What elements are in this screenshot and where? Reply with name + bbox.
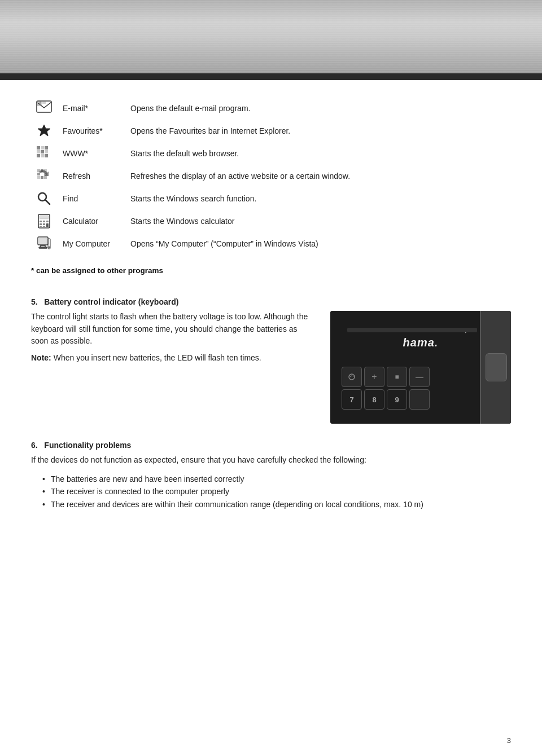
table-row: Refresh Refreshes the display of an acti… <box>31 165 511 187</box>
refresh-description: Refreshes the display of an active websi… <box>126 165 511 187</box>
www-icon-cell <box>31 142 58 165</box>
svg-rect-23 <box>37 176 40 179</box>
email-label: E-mail* <box>58 97 126 120</box>
side-button <box>486 353 507 381</box>
star-icon <box>36 122 53 139</box>
svg-rect-36 <box>40 226 42 228</box>
note-text: When you insert new batteries, the LED w… <box>54 353 261 362</box>
svg-rect-14 <box>45 150 48 153</box>
svg-rect-2 <box>42 102 46 104</box>
page-number: 3 <box>507 736 511 745</box>
functionality-section: 6. Functionality problems If the devices… <box>31 441 511 511</box>
table-row: WWW* Starts the default web browser. <box>31 142 511 165</box>
table-row: Calculator Starts the Windows calculator <box>31 210 511 232</box>
svg-rect-4 <box>37 102 39 103</box>
www-label: WWW* <box>58 142 126 165</box>
footnote: * can be assigned to other programs <box>31 266 511 275</box>
svg-rect-24 <box>41 176 43 179</box>
svg-rect-10 <box>41 146 44 150</box>
key: + <box>364 367 384 387</box>
svg-rect-41 <box>39 247 47 248</box>
key-9: 9 <box>387 389 407 410</box>
svg-line-27 <box>45 200 50 204</box>
svg-rect-17 <box>45 154 48 157</box>
svg-rect-11 <box>45 146 48 150</box>
svg-rect-5 <box>40 102 41 103</box>
mycomputer-icon <box>36 235 53 252</box>
function-table: E-mail* Opens the default e-mail program… <box>31 97 511 255</box>
refresh-icon <box>36 168 53 184</box>
battery-section: 5. Battery control indicator (keyboard) <box>31 297 511 306</box>
battery-paragraph: The control light starts to flash when t… <box>31 311 313 348</box>
table-row: Find Starts the Windows search function. <box>31 187 511 210</box>
svg-rect-9 <box>37 146 40 150</box>
svg-point-46 <box>349 374 355 380</box>
favourites-description: Opens the Favourites bar in Internet Exp… <box>126 120 511 142</box>
svg-rect-16 <box>41 154 44 157</box>
calculator-icon-cell <box>31 210 58 232</box>
svg-rect-34 <box>43 223 45 225</box>
battery-note: Note: When you insert new batteries, the… <box>31 352 313 364</box>
key: — <box>409 367 430 387</box>
refresh-label: Refresh <box>58 165 126 187</box>
keyboard-top-bar <box>347 328 477 332</box>
svg-rect-39 <box>39 238 47 244</box>
list-item: The batteries are new and have been inse… <box>42 473 511 485</box>
battery-content: The control light starts to flash when t… <box>31 311 511 424</box>
functionality-intro: If the devices do not function as expect… <box>31 454 511 466</box>
table-row: E-mail* Opens the default e-mail program… <box>31 97 511 120</box>
www-icon <box>36 145 53 162</box>
key-8: 8 <box>364 389 384 410</box>
find-description: Starts the Windows search function. <box>126 187 511 210</box>
svg-point-43 <box>49 247 50 248</box>
functionality-heading: 6. Functionality problems <box>31 441 511 450</box>
svg-rect-13 <box>41 150 44 153</box>
key <box>342 367 362 387</box>
svg-rect-29 <box>40 216 49 219</box>
keyboard-keys: + ■ — 7 8 9 <box>342 367 430 410</box>
brand-name: hama. <box>403 336 439 349</box>
email-icon-cell <box>31 97 58 120</box>
mycomputer-description: Opens “My Computer” (“Computer” in Windo… <box>126 232 511 255</box>
battery-section-title: Battery control indicator (keyboard) <box>44 297 178 306</box>
functionality-title: Functionality problems <box>44 441 131 450</box>
svg-rect-6 <box>37 104 39 106</box>
mycomputer-icon-cell <box>31 232 58 255</box>
favourites-label: Favourites* <box>58 120 126 142</box>
note-label: Note: <box>31 353 51 362</box>
keyboard-image: hama. + ■ — 7 8 9 <box>330 311 511 424</box>
list-item: The receiver is connected to the compute… <box>42 485 511 498</box>
favourites-icon-cell <box>31 120 58 142</box>
battery-text-block: The control light starts to flash when t… <box>31 311 313 424</box>
svg-rect-32 <box>46 221 49 222</box>
header-dark-bar <box>0 73 542 80</box>
calculator-icon <box>36 213 53 230</box>
find-icon-cell <box>31 187 58 210</box>
main-content: E-mail* Opens the default e-mail program… <box>0 80 542 533</box>
keyboard-simulation: hama. + ■ — 7 8 9 <box>330 311 511 424</box>
table-row: My Computer Opens “My Computer” (“Comput… <box>31 232 511 255</box>
svg-rect-7 <box>40 104 41 106</box>
key: ■ <box>387 367 407 387</box>
keyboard-side-panel <box>480 311 511 424</box>
battery-heading: 5. Battery control indicator (keyboard) <box>31 297 511 306</box>
battery-section-number: 5. <box>31 297 38 306</box>
calculator-label: Calculator <box>58 210 126 232</box>
mycomputer-label: My Computer <box>58 232 126 255</box>
www-description: Starts the default web browser. <box>126 142 511 165</box>
key-7: 7 <box>342 389 362 410</box>
list-item: The receiver and devices are within thei… <box>42 498 511 511</box>
svg-rect-35 <box>46 223 49 227</box>
svg-rect-12 <box>37 150 40 153</box>
key-blank <box>409 389 430 410</box>
svg-marker-8 <box>38 125 50 136</box>
find-icon <box>36 190 53 207</box>
header-banner <box>0 0 542 73</box>
find-label: Find <box>58 187 126 210</box>
calculator-description: Starts the Windows calculator <box>126 210 511 232</box>
svg-rect-30 <box>40 221 42 222</box>
svg-rect-25 <box>44 176 47 179</box>
svg-rect-15 <box>37 154 40 157</box>
functionality-number: 6. <box>31 441 38 450</box>
refresh-icon-cell <box>31 165 58 187</box>
